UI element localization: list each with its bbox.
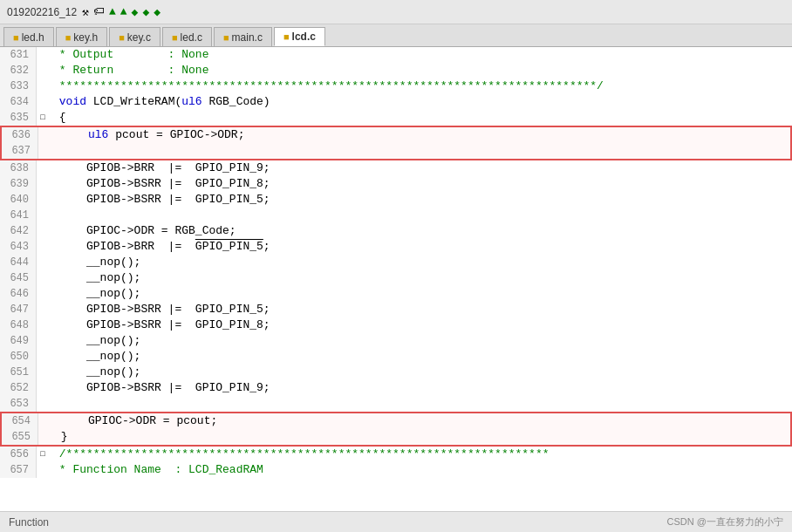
line-content-656: /***************************************… (49, 447, 792, 462)
line-content-640: GPIOB->BSRR |= GPIO_PIN_5; (49, 192, 792, 208)
line-content-646: __nop(); (49, 286, 792, 302)
line-ind-653 (37, 396, 49, 412)
line-num-649: 649 (0, 333, 37, 349)
tab-led-c[interactable]: ■ led.c (162, 27, 212, 46)
title-icons: ⚒ 🏷 ▲ ▲ ◆ ◆ ◆ (82, 5, 160, 19)
line-num-651: 651 (0, 365, 37, 380)
status-bar: Function CSDN @一直在努力的小宁 (0, 511, 792, 532)
tab-lcd-c[interactable]: ■ lcd.c (274, 27, 325, 46)
line-num-657: 657 (0, 462, 37, 478)
line-content-648: GPIOB->BSRR |= GPIO_PIN_8; (49, 317, 792, 333)
code-line-647: 647 GPIOB->BSRR |= GPIO_PIN_5; (0, 302, 792, 317)
line-num-632: 632 (0, 63, 37, 78)
line-ind-642 (37, 223, 49, 239)
line-num-631: 631 (0, 47, 37, 63)
line-num-638: 638 (0, 160, 37, 176)
line-content-639: GPIOB->BSRR |= GPIO_PIN_8; (49, 176, 792, 192)
line-ind-646 (37, 286, 49, 302)
title-bar: 019202216_12 ⚒ 🏷 ▲ ▲ ◆ ◆ ◆ (0, 0, 792, 24)
code-line-646: 646 __nop(); (0, 286, 792, 302)
line-num-646: 646 (0, 286, 37, 302)
code-line-633: 633 ************************************… (0, 78, 792, 94)
title-icon-1: ⚒ (82, 5, 89, 19)
line-content-653 (49, 396, 792, 412)
line-ind-636 (38, 127, 51, 143)
line-num-655: 655 (2, 429, 38, 445)
status-right: CSDN @一直在努力的小宁 (667, 515, 783, 529)
line-ind-654 (38, 413, 51, 429)
line-content-632: * Return : None (49, 63, 792, 78)
code-line-635: 635 □ { (0, 110, 792, 126)
tab-key-h[interactable]: ■ key.h (56, 27, 107, 46)
line-num-645: 645 (0, 270, 37, 286)
line-ind-641 (37, 208, 49, 223)
tab-label-main-c: main.c (232, 31, 263, 44)
tab-led-h[interactable]: ■ led.h (3, 27, 54, 46)
line-num-641: 641 (0, 208, 37, 223)
code-line-640: 640 GPIOB->BSRR |= GPIO_PIN_5; (0, 192, 792, 208)
tab-label-lcd-c: lcd.c (292, 31, 316, 43)
code-line-643: 643 GPIOB->BRR |= GPIO_PIN_5; (0, 239, 792, 255)
line-content-645: __nop(); (49, 270, 792, 286)
line-content-636: ul6 pcout = GPIOC->ODR; (51, 127, 790, 143)
tabs-bar: ■ led.h ■ key.h ■ key.c ■ led.c ■ main.c… (0, 24, 792, 47)
line-content-644: __nop(); (49, 255, 792, 270)
line-content-650: __nop(); (49, 349, 792, 365)
code-line-651: 651 __nop(); (0, 365, 792, 380)
code-line-645: 645 __nop(); (0, 270, 792, 286)
code-line-639: 639 GPIOB->BSRR |= GPIO_PIN_8; (0, 176, 792, 192)
line-num-635: 635 (0, 110, 37, 126)
line-num-636: 636 (2, 127, 38, 143)
tab-key-c[interactable]: ■ key.c (109, 27, 160, 46)
line-num-647: 647 (0, 302, 37, 317)
line-content-652: GPIOB->BSRR |= GPIO_PIN_9; (49, 380, 792, 396)
code-line-654: 654 GPIOC->ODR = pcout; (0, 412, 792, 429)
line-content-638: GPIOB->BRR |= GPIO_PIN_9; (49, 160, 792, 176)
line-content-637 (51, 143, 790, 159)
title-text: 019202216_12 (7, 6, 77, 18)
code-line-648: 648 GPIOB->BSRR |= GPIO_PIN_8; (0, 317, 792, 333)
line-ind-645 (37, 270, 49, 286)
line-content-651: __nop(); (49, 365, 792, 380)
line-num-633: 633 (0, 78, 37, 94)
code-line-641: 641 (0, 208, 792, 223)
code-line-653: 653 (0, 396, 792, 412)
line-ind-635: □ (37, 110, 49, 126)
title-icon-5: ◆ (132, 5, 139, 19)
code-line-634: 634 void LCD_WriteRAM(ul6 RGB_Code) (0, 94, 792, 110)
code-line-632: 632 * Return : None (0, 63, 792, 78)
line-num-640: 640 (0, 192, 37, 208)
line-num-643: 643 (0, 239, 37, 255)
title-icon-6: ◆ (142, 5, 149, 19)
line-ind-638 (37, 160, 49, 176)
line-ind-633 (37, 78, 49, 94)
line-content-635: { (49, 110, 792, 126)
code-line-656: 656 □ /*********************************… (0, 447, 792, 462)
tab-label-key-h: key.h (73, 31, 98, 44)
line-ind-651 (37, 365, 49, 380)
line-content-657: * Function Name : LCD_ReadRAM (49, 462, 792, 478)
code-line-631: 631 * Output : None (0, 47, 792, 63)
code-line-637: 637 (0, 143, 792, 160)
line-num-644: 644 (0, 255, 37, 270)
line-num-653: 653 (0, 396, 37, 412)
line-ind-647 (37, 302, 49, 317)
line-num-642: 642 (0, 223, 37, 239)
line-num-656: 656 (0, 447, 37, 462)
status-left: Function (9, 516, 49, 529)
title-icon-2: 🏷 (93, 5, 105, 19)
line-ind-644 (37, 255, 49, 270)
title-icon-4: ▲ (120, 5, 127, 19)
line-content-631: * Output : None (49, 47, 792, 63)
line-ind-632 (37, 63, 49, 78)
tab-main-c[interactable]: ■ main.c (214, 27, 272, 46)
line-ind-637 (38, 143, 51, 159)
line-ind-657 (37, 462, 49, 478)
line-content-641 (49, 208, 792, 223)
line-num-639: 639 (0, 176, 37, 192)
line-num-648: 648 (0, 317, 37, 333)
code-line-650: 650 __nop(); (0, 349, 792, 365)
line-content-649: __nop(); (49, 333, 792, 349)
line-content-643: GPIOB->BRR |= GPIO_PIN_5; (49, 239, 792, 255)
status-function-label: Function (9, 516, 49, 529)
